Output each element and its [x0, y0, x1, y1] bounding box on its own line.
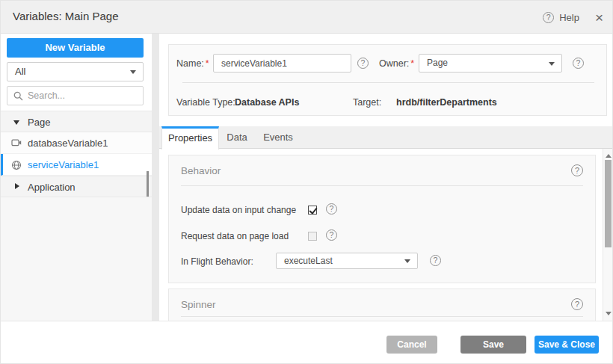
- sidebar-divider: [152, 34, 159, 321]
- variable-filter-select[interactable]: All: [7, 62, 144, 81]
- tree-item-label: serviceVariable1: [28, 154, 99, 176]
- properties-scroll-area: Behavior ? Update data on input change ?…: [159, 149, 613, 321]
- spinner-section-title: Spinner: [181, 299, 216, 310]
- update-on-input-help-icon[interactable]: ?: [326, 203, 337, 215]
- name-help-icon[interactable]: ?: [357, 58, 369, 69]
- update-on-input-label: Update data on input change: [181, 205, 296, 215]
- scrollbar-thumb[interactable]: [605, 160, 612, 247]
- chevron-down-icon: [404, 259, 410, 263]
- tree-group-label: Page: [28, 111, 50, 133]
- help-icon[interactable]: ?: [543, 12, 554, 23]
- tree-item-label: databaseVariable1: [28, 132, 108, 154]
- save-button[interactable]: Save: [460, 336, 526, 354]
- in-flight-behavior-value: executeLast: [284, 256, 333, 266]
- owner-help-icon[interactable]: ?: [573, 58, 584, 69]
- tree-group-page[interactable]: Page: [1, 111, 152, 132]
- target-value: hrdb/filterDepartments: [396, 97, 497, 108]
- request-on-load-help-icon[interactable]: ?: [326, 229, 337, 241]
- behavior-help-icon[interactable]: ?: [571, 164, 583, 176]
- variable-detail-pane: Name:* ? Owner:* Page ? Variable Type: D…: [159, 34, 613, 321]
- behavior-section-title: Behavior: [181, 165, 221, 176]
- variable-type-label: Variable Type:: [176, 97, 235, 108]
- vertical-scrollbar[interactable]: [603, 149, 612, 321]
- variables-sidebar: New Variable All Page databaseVari: [1, 34, 152, 321]
- request-on-load-checkbox[interactable]: [308, 232, 317, 241]
- spinner-help-icon[interactable]: ?: [571, 298, 583, 310]
- request-on-load-label: Request data on page load: [181, 231, 289, 241]
- name-label: Name:*: [176, 58, 209, 69]
- owner-select-value: Page: [427, 58, 448, 68]
- chevron-down-icon: [130, 70, 136, 74]
- tree-group-application[interactable]: Application: [1, 176, 152, 197]
- name-input[interactable]: [213, 54, 351, 73]
- detail-tabbar: Properties Data Events: [159, 126, 613, 149]
- dialog-title: Variables: Main Page: [13, 10, 118, 22]
- help-link[interactable]: Help: [559, 12, 579, 23]
- search-icon: [13, 91, 23, 101]
- database-variable-icon: [11, 138, 22, 147]
- scroll-down-arrow-icon[interactable]: [606, 312, 612, 315]
- close-icon[interactable]: ×: [595, 10, 603, 25]
- in-flight-behavior-label: In Flight Behavior:: [181, 256, 253, 267]
- save-and-close-button[interactable]: Save & Close: [535, 336, 599, 354]
- cancel-button[interactable]: Cancel: [386, 336, 437, 354]
- behavior-section: Behavior ? Update data on input change ?…: [168, 155, 596, 283]
- tree-empty-area: [1, 197, 152, 321]
- tree-item-database-variable[interactable]: databaseVariable1: [1, 132, 152, 154]
- tab-properties[interactable]: Properties: [161, 126, 219, 149]
- in-flight-help-icon[interactable]: ?: [430, 255, 441, 266]
- owner-label: Owner:*: [379, 58, 414, 69]
- section-divider: [181, 316, 583, 317]
- chevron-down-icon: [549, 62, 555, 66]
- dialog-footer: Cancel Save Save & Close: [1, 321, 613, 364]
- section-divider: [181, 185, 583, 186]
- update-on-input-checkbox[interactable]: [308, 206, 317, 215]
- tab-events[interactable]: Events: [255, 126, 301, 149]
- dialog-header: Variables: Main Page ? Help ×: [1, 1, 613, 34]
- search-input[interactable]: [28, 87, 140, 104]
- service-variable-icon: [11, 160, 22, 170]
- spinner-section: Spinner ?: [168, 289, 596, 321]
- in-flight-behavior-select[interactable]: executeLast: [276, 253, 418, 269]
- variables-tree: Page databaseVariable1 serviceVariable1: [1, 111, 152, 321]
- tab-data[interactable]: Data: [220, 126, 254, 149]
- caret-right-icon[interactable]: [15, 183, 19, 189]
- panel-divider: [182, 82, 594, 83]
- variable-search: [7, 86, 144, 105]
- variable-filter-value: All: [15, 66, 25, 77]
- owner-select[interactable]: Page: [419, 54, 562, 73]
- tree-group-label: Application: [28, 176, 76, 198]
- variable-type-value: Database APIs: [235, 97, 299, 108]
- type-target-row: Variable Type: Database APIs Target: hrd…: [169, 96, 606, 111]
- variables-dialog: Variables: Main Page ? Help × New Variab…: [0, 0, 613, 364]
- scroll-up-arrow-icon[interactable]: [606, 154, 612, 158]
- header-actions: ? Help ×: [543, 1, 603, 34]
- tree-item-service-variable[interactable]: serviceVariable1: [1, 154, 152, 176]
- name-owner-row: Name:* ? Owner:* Page ?: [169, 54, 606, 73]
- required-marker: *: [410, 58, 414, 69]
- variable-summary-panel: Name:* ? Owner:* Page ? Variable Type: D…: [168, 44, 607, 116]
- caret-down-icon[interactable]: [13, 120, 19, 125]
- target-label: Target:: [353, 97, 381, 108]
- new-variable-button[interactable]: New Variable: [7, 38, 144, 58]
- sidebar-scrollbar-thumb[interactable]: [147, 171, 149, 197]
- required-marker: *: [206, 58, 209, 69]
